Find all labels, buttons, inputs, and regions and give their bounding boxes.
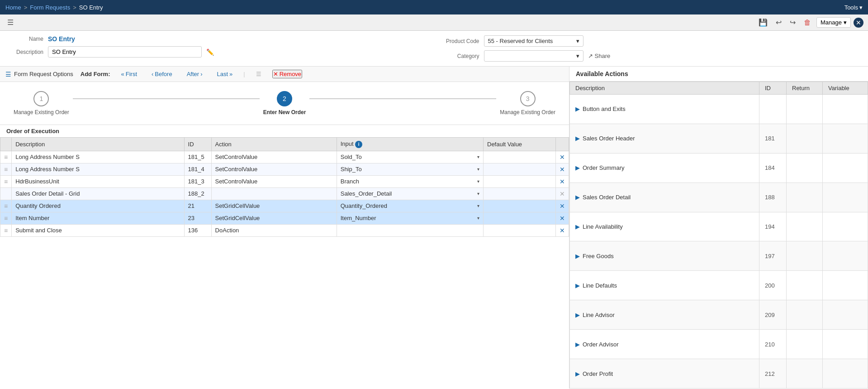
- nav-form-requests[interactable]: Form Requests: [30, 4, 70, 11]
- manage-button[interactable]: Manage ▾: [816, 17, 851, 28]
- action-return: [787, 271, 823, 300]
- remove-row-button[interactable]: ✕: [560, 215, 565, 222]
- expand-arrow-icon[interactable]: ▶: [575, 223, 580, 230]
- remove-row-button[interactable]: ✕: [560, 202, 565, 210]
- input-dropdown-arrow[interactable]: ▾: [477, 154, 479, 159]
- col-default: Default Value: [484, 138, 556, 151]
- nav-so-entry: SO Entry: [79, 4, 103, 11]
- action-description[interactable]: ▶Sales Order Detail: [570, 182, 759, 212]
- row-default: [484, 175, 556, 187]
- action-id: 194: [759, 212, 787, 241]
- remove-button[interactable]: ✕ Remove: [272, 70, 302, 78]
- remove-row-button[interactable]: ✕: [560, 154, 565, 161]
- expand-arrow-icon[interactable]: ▶: [575, 341, 580, 348]
- step-3-label: Manage Existing Order: [500, 109, 555, 115]
- input-info-icon[interactable]: i: [355, 141, 362, 148]
- expand-arrow-icon[interactable]: ▶: [575, 135, 580, 142]
- right-table-row: ▶Sales Order Detail188: [570, 182, 868, 212]
- first-button[interactable]: « First: [118, 69, 141, 79]
- action-variable: [823, 241, 868, 271]
- action-id: [759, 95, 787, 124]
- drag-handle[interactable]: ≡: [4, 154, 8, 161]
- hamburger-menu[interactable]: ☰: [5, 17, 16, 28]
- expand-arrow-icon[interactable]: ▶: [575, 106, 580, 112]
- expand-arrow-icon[interactable]: ▶: [575, 164, 580, 171]
- action-description[interactable]: ▶Order Summary: [570, 153, 759, 182]
- action-description[interactable]: ▶Order Profit: [570, 359, 759, 389]
- action-description[interactable]: ▶Free Goods: [570, 241, 759, 271]
- action-id: 210: [759, 330, 787, 359]
- order-table-wrapper[interactable]: Description ID Action Input i Default Va…: [0, 137, 569, 389]
- table-row: ≡Long Address Number S181_5SetControlVal…: [0, 151, 569, 163]
- action-id: 181: [759, 124, 787, 153]
- step-3[interactable]: 3 Manage Existing Order: [500, 91, 555, 115]
- col-description: Description: [12, 138, 184, 151]
- step-2-circle: 2: [277, 91, 292, 106]
- step-1-circle: 1: [33, 91, 49, 106]
- form-name-value: SO Entry: [48, 35, 75, 43]
- expand-arrow-icon[interactable]: ▶: [575, 282, 580, 289]
- row-id: 23: [184, 212, 211, 224]
- action-description[interactable]: ▶Line Defaults: [570, 271, 759, 300]
- row-action: SetControlValue: [211, 175, 337, 187]
- tools-menu[interactable]: Tools ▾: [844, 4, 863, 11]
- input-dropdown-arrow[interactable]: ▾: [477, 179, 479, 184]
- action-description[interactable]: ▶Line Advisor: [570, 300, 759, 330]
- before-button[interactable]: ‹ Before: [148, 69, 176, 79]
- right-table-row: ▶Button and Exits: [570, 95, 868, 124]
- last-button[interactable]: Last »: [213, 69, 236, 79]
- col-action: Action: [211, 138, 337, 151]
- expand-arrow-icon[interactable]: ▶: [575, 370, 580, 377]
- action-id: 197: [759, 241, 787, 271]
- action-return: [787, 330, 823, 359]
- action-description[interactable]: ▶Sales Order Header: [570, 124, 759, 153]
- drag-handle[interactable]: ≡: [4, 215, 8, 222]
- row-description: Sales Order Detail - Grid: [12, 187, 184, 200]
- row-action: SetGridCellValue: [211, 212, 337, 224]
- action-id: 209: [759, 300, 787, 330]
- nav-home[interactable]: Home: [5, 4, 21, 11]
- remove-row-button[interactable]: ✕: [560, 166, 565, 173]
- drag-handle[interactable]: ≡: [4, 202, 8, 210]
- category-dropdown[interactable]: ▾: [484, 50, 583, 62]
- input-dropdown-arrow[interactable]: ▾: [477, 167, 479, 172]
- input-dropdown-arrow[interactable]: ▾: [477, 203, 479, 208]
- edit-description-icon[interactable]: ✏️: [206, 48, 214, 56]
- drag-handle[interactable]: ≡: [4, 166, 8, 173]
- row-input: [337, 224, 483, 236]
- input-dropdown-arrow[interactable]: ▾: [477, 216, 479, 221]
- save-button[interactable]: 💾: [756, 17, 770, 28]
- action-description[interactable]: ▶Order Advisor: [570, 330, 759, 359]
- drag-handle[interactable]: ≡: [4, 227, 8, 234]
- after-button[interactable]: After ›: [183, 69, 206, 79]
- action-variable: [823, 300, 868, 330]
- close-button[interactable]: ✕: [854, 18, 863, 28]
- redo-button[interactable]: ↪: [787, 17, 798, 28]
- input-dropdown-arrow[interactable]: ▾: [477, 191, 479, 196]
- clear-button[interactable]: 🗑: [801, 17, 814, 28]
- row-id: 136: [184, 224, 211, 236]
- action-description[interactable]: ▶Button and Exits: [570, 95, 759, 124]
- expand-arrow-icon[interactable]: ▶: [575, 312, 580, 318]
- step-2[interactable]: 2 Enter New Order: [263, 91, 306, 115]
- action-variable: [823, 95, 868, 124]
- step-1[interactable]: 1 Manage Existing Order: [14, 91, 69, 115]
- expand-arrow-icon[interactable]: ▶: [575, 253, 580, 259]
- list-view-icon[interactable]: ☰: [252, 69, 265, 79]
- description-input[interactable]: [48, 46, 202, 58]
- drag-handle[interactable]: ≡: [4, 178, 8, 185]
- action-return: [787, 95, 823, 124]
- remove-row-button[interactable]: ✕: [560, 227, 565, 234]
- share-button[interactable]: ↗ Share: [588, 53, 611, 59]
- action-description[interactable]: ▶Line Availability: [570, 212, 759, 241]
- right-table-row: ▶Free Goods197: [570, 241, 868, 271]
- expand-arrow-icon[interactable]: ▶: [575, 194, 580, 201]
- remove-row-button[interactable]: ✕: [560, 178, 565, 185]
- product-code-dropdown[interactable]: 55 - Reserved for Clients ▾: [484, 35, 583, 47]
- right-table-row: ▶Line Availability194: [570, 212, 868, 241]
- table-row: ≡Submit and Close136DoAction✕: [0, 224, 569, 236]
- row-default: [484, 224, 556, 236]
- undo-button[interactable]: ↩: [773, 17, 784, 28]
- row-description: Item Number: [12, 212, 184, 224]
- row-input: Item_Number▾: [337, 212, 483, 224]
